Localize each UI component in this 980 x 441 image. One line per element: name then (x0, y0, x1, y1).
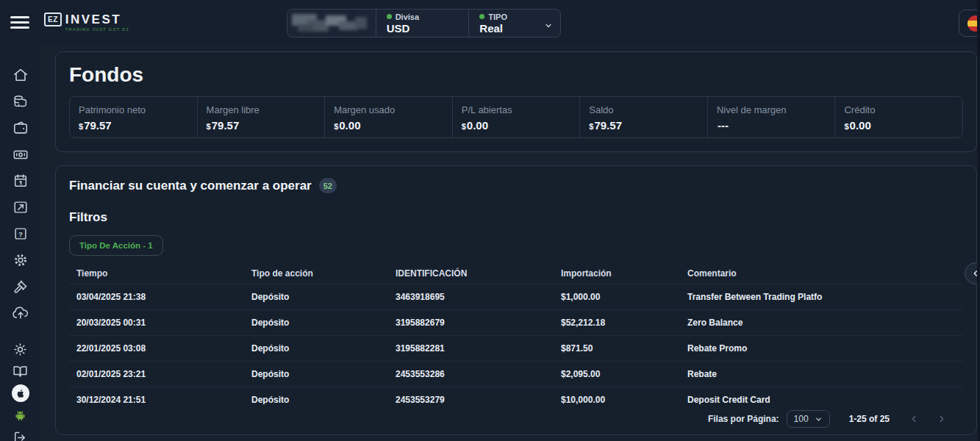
sidebar-item-theme[interactable] (0, 338, 40, 360)
funding-title: Financiar su cuenta y comenzar a operar (69, 179, 312, 193)
trade-arrow-box-icon (12, 199, 29, 215)
hamburger-menu-icon[interactable] (10, 12, 29, 32)
stat-margen-libre: Margen libre $79.57 (197, 97, 325, 137)
table-row[interactable]: 22/01/2025 03:08 Depósito 3195882281 $87… (69, 335, 963, 361)
green-status-dot (479, 14, 484, 19)
stat-nivel-de-margen: Nivel de margen --- (707, 97, 835, 137)
stat-margen-usado: Margen usado $0.00 (324, 97, 452, 137)
account-name-redacted[interactable] (287, 10, 376, 37)
table-row[interactable]: 03/04/2025 21:38 Depósito 3463918695 $1,… (69, 284, 963, 309)
account-type-label: TIPO (488, 12, 507, 21)
coins-icon (12, 93, 29, 110)
android-icon (13, 409, 27, 423)
pagination-range: 1-25 of 25 (849, 414, 890, 424)
sidebar-item-android-app[interactable] (0, 404, 40, 426)
open-book-icon (12, 364, 28, 379)
col-header-id: IDENTIFICACIÓN (388, 264, 554, 284)
brand-name: INVEST (65, 13, 129, 26)
cloud-upload-icon (12, 305, 29, 321)
brand-logo[interactable]: EZ INVEST TRADING JUST GOT EZ (44, 10, 129, 32)
calendar-icon (12, 173, 29, 189)
funds-panel: Fondos Patrimonio neto $79.57 Margen lib… (55, 51, 977, 152)
sidebar-item-help[interactable]: ? (0, 220, 40, 247)
table-pagination: Filas por Página: 100 1-25 of 25 (69, 404, 963, 434)
currency-value: USD (387, 22, 459, 35)
gavel-icon (12, 279, 28, 295)
sidebar-nav: ? (0, 46, 40, 441)
wallet-icon (12, 120, 29, 136)
funds-stats-bar: Patrimonio neto $79.57 Margen libre $79.… (69, 96, 963, 138)
sidebar-item-legal[interactable] (0, 273, 40, 300)
account-type-selector[interactable]: TIPO Real (468, 10, 560, 37)
table-row[interactable]: 02/01/2025 23:21 Depósito 2453553286 $2,… (69, 361, 963, 387)
account-type-value: Real (479, 22, 550, 35)
green-status-dot (387, 14, 392, 19)
chevron-down-icon (815, 415, 823, 423)
brand-logo-box: EZ (44, 12, 62, 26)
scrollbar-track[interactable] (977, 0, 980, 441)
funding-panel: Financiar su cuenta y comenzar a operar … (55, 165, 977, 435)
col-header-tipo: Tipo de acción (244, 264, 388, 284)
currency-selector[interactable]: Divisa USD (376, 10, 469, 37)
sidebar-item-ios-app[interactable] (0, 382, 40, 404)
sidebar-item-funds[interactable] (0, 88, 40, 115)
col-header-comentario: Comentario (680, 264, 963, 284)
help-icon: ? (12, 226, 29, 242)
top-bar: EZ INVEST TRADING JUST GOT EZ Divisa USD (0, 0, 980, 46)
sidebar-item-settings[interactable] (0, 247, 40, 273)
sun-icon (12, 342, 28, 357)
sidebar-item-payments[interactable] (0, 141, 40, 168)
previous-page-icon[interactable] (909, 414, 919, 424)
currency-label: Divisa (396, 12, 419, 21)
logout-icon (12, 430, 28, 441)
sidebar-item-home[interactable] (0, 62, 40, 88)
table-row[interactable]: 30/12/2024 21:51 Depósito 2453553279 $10… (69, 387, 963, 404)
brand-tagline: TRADING JUST GOT EZ (65, 27, 129, 32)
sidebar-item-wallet[interactable] (0, 115, 40, 141)
filters-title: Filtros (69, 210, 963, 225)
transaction-count-badge: 52 (319, 178, 337, 193)
censored-account-blur (290, 12, 371, 35)
col-header-tiempo: Tiempo (69, 264, 244, 284)
sidebar-item-trading[interactable] (0, 194, 40, 220)
stat-pl-abiertas: P/L abiertas $0.00 (452, 97, 580, 137)
gear-icon (12, 252, 29, 268)
sidebar-item-upload[interactable] (0, 300, 40, 326)
funds-title: Fondos (69, 63, 963, 87)
col-header-importacion: Importación (554, 264, 680, 284)
home-icon (12, 67, 29, 83)
sidebar-item-logout[interactable] (0, 426, 40, 441)
sidebar-item-calendar[interactable] (0, 168, 40, 194)
banknote-icon (12, 146, 29, 162)
apple-icon (15, 388, 26, 399)
transactions-table: Tiempo Tipo de acción IDENTIFICACIÓN Imp… (69, 264, 963, 404)
svg-text:?: ? (18, 230, 23, 238)
chevron-down-icon (544, 20, 553, 33)
stat-saldo: Saldo $79.57 (579, 97, 707, 137)
rows-per-page-label: Filas por Página: (708, 414, 779, 424)
next-page-icon[interactable] (937, 414, 947, 424)
account-selector[interactable]: Divisa USD TIPO Real (287, 9, 561, 37)
stat-patrimonio-neto: Patrimonio neto $79.57 (70, 97, 197, 137)
table-header-row: Tiempo Tipo de acción IDENTIFICACIÓN Imp… (69, 264, 963, 284)
filter-chip-action-type[interactable]: Tipo De Acción - 1 (69, 235, 163, 256)
sidebar-item-docs[interactable] (0, 360, 40, 382)
rows-per-page-select[interactable]: 100 (787, 410, 830, 428)
stat-credito: Crédito $0.00 (834, 97, 962, 137)
table-row[interactable]: 20/03/2025 00:31 Depósito 3195882679 $52… (69, 309, 963, 335)
